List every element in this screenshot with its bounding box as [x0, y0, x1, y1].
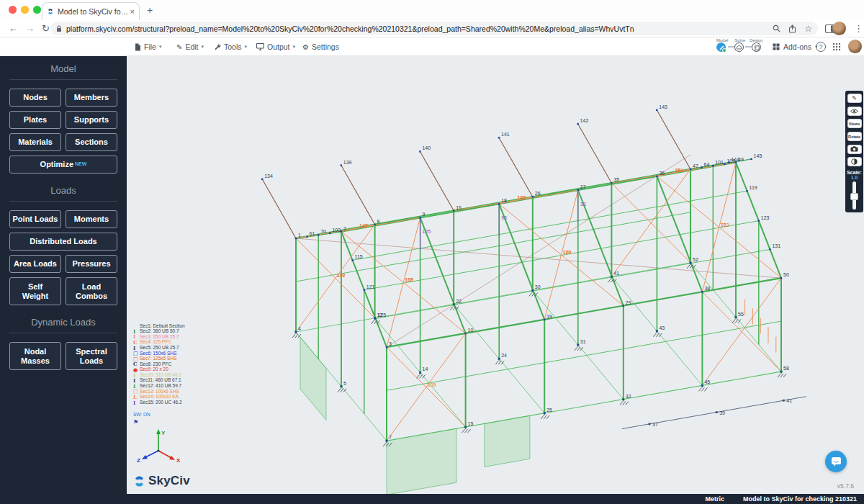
svg-text:41: 41 [613, 271, 619, 276]
visibility-eye-button[interactable] [847, 107, 862, 116]
nodal-masses-button[interactable]: Nodal Masses [9, 342, 61, 370]
sections-button[interactable]: Sections [66, 133, 117, 151]
scale-slider-thumb[interactable] [850, 193, 858, 200]
svg-text:47: 47 [693, 163, 698, 168]
self-weight-flag-icon: ⚑ [133, 419, 138, 426]
svg-text:125: 125 [377, 312, 386, 318]
skyciv-logo-text: SkyCiv [148, 474, 190, 488]
svg-text:8: 8 [377, 219, 380, 224]
supports-button[interactable]: Supports [66, 111, 117, 129]
chevron-down-icon: ▾ [245, 44, 248, 50]
self-weight-status: SW: ON [133, 412, 150, 417]
apps-grid-icon[interactable] [832, 42, 841, 51]
screenshot-camera-button[interactable] [847, 145, 862, 154]
new-tab-icon[interactable]: + [147, 5, 153, 15]
plates-button[interactable]: Plates [9, 111, 61, 129]
menu-edit-label: Edit [185, 42, 198, 51]
menu-file[interactable]: File ▾ [135, 37, 161, 56]
nodes-button[interactable]: Nodes [9, 89, 61, 107]
units-label: Metric [705, 495, 724, 503]
draw-pencil-button[interactable]: ✎ [847, 94, 862, 103]
scale-value: 1.0 [851, 175, 858, 180]
svg-text:37: 37 [652, 422, 658, 427]
point-loads-button[interactable]: Point Loads [9, 210, 61, 228]
spectral-loads-button[interactable]: Spectral Loads [66, 342, 117, 370]
self-weight-button[interactable]: Self Weight [9, 277, 61, 305]
browser-menu-kebab-icon[interactable]: ⋮ [854, 24, 863, 33]
pressures-button[interactable]: Pressures [66, 255, 117, 273]
scale-slider[interactable] [852, 181, 856, 210]
materials-button[interactable]: Materials [9, 133, 61, 151]
load-combos-button[interactable]: Load Combos [66, 277, 117, 305]
share-icon[interactable] [788, 24, 796, 33]
moments-button[interactable]: Moments [66, 210, 117, 228]
svg-text:179: 179 [563, 250, 572, 255]
window-minimize-button[interactable] [21, 6, 29, 14]
app-user-avatar[interactable] [848, 40, 862, 53]
url-text: platform.skyciv.com/structural?preload_n… [66, 24, 767, 33]
area-loads-button[interactable]: Area Loads [9, 255, 61, 273]
help-button[interactable]: ? [816, 42, 826, 52]
menu-settings[interactable]: ⚙ Settings [302, 37, 339, 56]
window-zoom-button[interactable] [33, 6, 41, 14]
svg-text:61: 61 [310, 231, 315, 236]
menu-edit[interactable]: ✎ Edit ▾ [176, 37, 204, 56]
views-button[interactable]: Views [847, 119, 862, 128]
svg-text:109: 109 [428, 382, 436, 387]
step-connector [745, 46, 752, 48]
browser-tab[interactable]: Model to SkyCiv for checking 2 × [42, 2, 140, 20]
bookmark-star-icon[interactable]: ☆ [804, 24, 812, 33]
legend-item: ISec5: 250 UB 25.7 [133, 345, 185, 351]
version-label: v5.7.6 [837, 482, 854, 490]
window-close-button[interactable] [9, 6, 17, 14]
step-solve[interactable]: Solve [734, 38, 745, 52]
skyciv-logo-icon [133, 475, 145, 487]
svg-text:165: 165 [405, 277, 413, 282]
model-viewport[interactable]: 1431471581651671681881791819677103119142… [127, 56, 864, 494]
step-design-circle[interactable] [752, 42, 761, 52]
optimize-button[interactable]: Optimize NEW [9, 156, 117, 174]
file-icon [135, 43, 141, 51]
svg-text:140: 140 [422, 145, 431, 150]
forward-icon[interactable]: → [25, 24, 35, 33]
step-solve-circle[interactable] [734, 42, 744, 52]
search-icon[interactable] [773, 24, 780, 32]
svg-text:1: 1 [298, 233, 301, 238]
section-label: Sec6: 150x6 SHS [140, 351, 176, 356]
structural-model-3d[interactable]: 1431471581651671681881791819677103119142… [127, 56, 864, 494]
browser-profile-avatar[interactable] [832, 22, 846, 35]
tab-title: Model to SkyCiv for checking 2 [58, 7, 130, 16]
svg-text:50: 50 [783, 272, 789, 277]
render-contrast-button[interactable] [847, 157, 862, 166]
distributed-loads-button[interactable]: Distributed Loads [9, 233, 117, 251]
edit-pencil-icon: ✎ [176, 43, 182, 51]
axis-triad: Y X Z [137, 426, 183, 464]
step-model-circle[interactable] [716, 42, 726, 52]
scale-label: Scale: [847, 170, 862, 175]
members-button[interactable]: Members [66, 89, 117, 107]
status-bar: Metric Model to SkyCiv for checking 2103… [0, 494, 864, 504]
back-icon[interactable]: ← [9, 24, 18, 33]
svg-text:43: 43 [659, 325, 665, 330]
svg-text:144: 144 [731, 157, 739, 162]
addons-grid-icon [773, 43, 780, 50]
svg-text:2: 2 [343, 226, 346, 231]
tab-close-icon[interactable]: × [130, 8, 135, 16]
address-bar[interactable]: platform.skyciv.com/structural?preload_n… [50, 22, 818, 35]
addons-menu[interactable]: Add-ons ▾ [773, 37, 818, 56]
svg-text:168: 168 [518, 195, 526, 200]
chat-support-button[interactable] [825, 451, 847, 472]
svg-text:142: 142 [580, 118, 589, 123]
step-model[interactable]: Model [716, 38, 728, 52]
svg-text:41: 41 [786, 398, 792, 403]
svg-text:123: 123 [761, 215, 770, 220]
legend-item: ISec15: 200 UC 46.2 [133, 400, 185, 405]
step-design[interactable]: Design [752, 38, 761, 52]
menu-tools[interactable]: Tools ▾ [214, 37, 247, 56]
rotate-button[interactable]: Rotate [847, 132, 862, 141]
svg-text:15: 15 [468, 421, 474, 426]
svg-text:X: X [176, 457, 181, 464]
reload-icon[interactable]: ↻ [42, 24, 50, 33]
menu-output[interactable]: Output ▾ [256, 37, 295, 56]
svg-text:14: 14 [423, 366, 428, 372]
